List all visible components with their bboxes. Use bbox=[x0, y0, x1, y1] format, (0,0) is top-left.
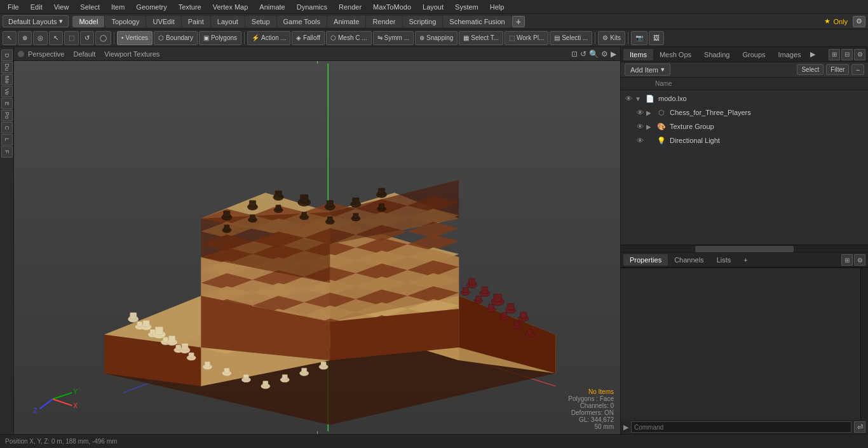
tool-polygons-btn[interactable]: ▣ Polygons bbox=[199, 31, 241, 45]
items-tree[interactable]: 👁 ▼ 📄 modo.lxo 👁 ▶ ⬡ Chess_for_Three_Pla… bbox=[621, 90, 868, 245]
command-submit-btn[interactable]: ⏎ bbox=[854, 421, 865, 433]
sidebar-btn-d[interactable]: D bbox=[1, 50, 13, 61]
select-button[interactable]: Select bbox=[797, 64, 824, 75]
vp-zoom-icon[interactable]: 🔍 bbox=[589, 50, 599, 58]
tree-item-texture-group[interactable]: 👁 ▶ 🎨 Texture Group bbox=[621, 119, 868, 133]
vp-expand-icon[interactable]: ▶ bbox=[611, 50, 616, 58]
tool-arrow-btn[interactable]: ↖ bbox=[49, 31, 63, 45]
tool-falloff-btn[interactable]: ◈ Falloff bbox=[292, 31, 325, 45]
tab-animate[interactable]: Animate bbox=[327, 16, 365, 27]
tool-select-btn[interactable]: ↖ bbox=[3, 31, 17, 45]
arrow-icon-chess[interactable]: ▶ bbox=[646, 109, 655, 116]
tab-mesh-ops[interactable]: Mesh Ops bbox=[653, 49, 698, 60]
viewport-texture[interactable]: Viewport Textures bbox=[104, 50, 159, 58]
tab-render[interactable]: Render bbox=[366, 16, 402, 27]
tool-rotate-btn[interactable]: ↺ bbox=[80, 31, 94, 45]
right-collapse-btn[interactable]: ⊟ bbox=[841, 49, 853, 60]
menu-layout[interactable]: Layout bbox=[417, 2, 449, 12]
viewport-canvas[interactable]: Y X Z No Items Polygons : Face Channels:… bbox=[14, 61, 620, 434]
tab-topology[interactable]: Topology bbox=[105, 16, 146, 27]
more-tabs-icon[interactable]: ▶ bbox=[810, 50, 815, 58]
eye-icon-texture[interactable]: 👁 bbox=[635, 121, 645, 132]
minus-button[interactable]: – bbox=[851, 64, 864, 75]
vp-rotate-icon[interactable]: ↺ bbox=[580, 50, 587, 58]
menu-system[interactable]: System bbox=[450, 2, 484, 12]
viewport[interactable]: Perspective Default Viewport Textures ⊡ … bbox=[14, 47, 620, 434]
tab-setup[interactable]: Setup bbox=[245, 16, 276, 27]
menu-dynamics[interactable]: Dynamics bbox=[292, 2, 332, 12]
tool-mesh-btn[interactable]: ⬡ Mesh C ... bbox=[326, 31, 372, 45]
menu-help[interactable]: Help bbox=[485, 2, 510, 12]
tool-action-btn[interactable]: ⚡ Action ... bbox=[247, 31, 290, 45]
tab-items[interactable]: Items bbox=[623, 49, 653, 60]
tool-boundary-btn[interactable]: ⬡ Boundary bbox=[154, 31, 198, 45]
eye-icon-chess[interactable]: 👁 bbox=[635, 107, 645, 118]
menu-texture[interactable]: Texture bbox=[173, 2, 207, 12]
menu-maxtomodo[interactable]: MaxToModo bbox=[368, 2, 416, 12]
tab-channels[interactable]: Channels bbox=[668, 254, 710, 266]
tab-paint[interactable]: Paint bbox=[182, 16, 210, 27]
menu-view[interactable]: View bbox=[49, 2, 74, 12]
tab-game-tools[interactable]: Game Tools bbox=[277, 16, 327, 27]
tool-kits-btn[interactable]: ⚙ Kits bbox=[598, 31, 625, 45]
sidebar-btn-mes[interactable]: Me bbox=[1, 74, 13, 85]
tab-images[interactable]: Images bbox=[772, 49, 808, 60]
tool-vertices-btn[interactable]: • Vertices bbox=[117, 31, 153, 45]
menu-render[interactable]: Render bbox=[334, 2, 367, 12]
eye-icon-light[interactable]: 👁 bbox=[635, 135, 645, 146]
vp-home-icon[interactable]: ⊡ bbox=[571, 50, 578, 58]
menu-vertex-map[interactable]: Vertex Map bbox=[208, 2, 254, 12]
tab-properties[interactable]: Properties bbox=[623, 254, 668, 266]
add-item-button[interactable]: Add Item ▾ bbox=[625, 64, 670, 76]
filter-button[interactable]: Filter bbox=[826, 64, 849, 75]
tool-work-pl-btn[interactable]: ⬚ Work Pl... bbox=[505, 31, 548, 45]
tab-layout[interactable]: Layout bbox=[211, 16, 245, 27]
layout-settings-button[interactable]: ⚙ bbox=[853, 16, 865, 27]
menu-file[interactable]: File bbox=[3, 2, 24, 12]
items-scrollbar[interactable] bbox=[621, 245, 868, 252]
tree-item-directional-light[interactable]: 👁 💡 Directional Light bbox=[621, 133, 868, 147]
layout-dropdown[interactable]: Default Layouts ▾ bbox=[3, 15, 69, 27]
command-input[interactable] bbox=[631, 421, 851, 433]
sidebar-btn-pol[interactable]: Po bbox=[1, 110, 13, 121]
arrow-icon-texture[interactable]: ▶ bbox=[646, 123, 655, 130]
sidebar-btn-f[interactable]: F bbox=[1, 146, 13, 158]
tab-scripting[interactable]: Scripting bbox=[403, 16, 443, 27]
tool-bbox-btn[interactable]: ⬚ bbox=[64, 31, 79, 45]
menu-select[interactable]: Select bbox=[75, 2, 105, 12]
add-layout-button[interactable]: + bbox=[512, 16, 525, 27]
tool-3d-btn[interactable]: ◎ bbox=[33, 31, 48, 45]
tab-schematic-fusion[interactable]: Schematic Fusion bbox=[443, 16, 511, 27]
tab-shading[interactable]: Shading bbox=[698, 49, 736, 60]
sidebar-btn-c[interactable]: C bbox=[1, 122, 13, 133]
bottom-settings-btn[interactable]: ⚙ bbox=[854, 254, 865, 266]
tool-cam-btn[interactable]: 📷 bbox=[631, 31, 648, 45]
menu-geometry[interactable]: Geometry bbox=[131, 2, 172, 12]
tab-lists[interactable]: Lists bbox=[710, 254, 738, 266]
vp-settings-icon[interactable]: ⚙ bbox=[601, 50, 608, 58]
viewport-style[interactable]: Default bbox=[73, 50, 95, 58]
scrollbar-thumb[interactable] bbox=[695, 246, 794, 252]
tree-item-chess[interactable]: 👁 ▶ ⬡ Chess_for_Three_Players bbox=[621, 105, 868, 119]
tab-plus[interactable]: + bbox=[737, 254, 754, 266]
tab-uvedit[interactable]: UVEdit bbox=[146, 16, 180, 27]
sidebar-btn-dup[interactable]: Du bbox=[1, 62, 13, 73]
tool-render-btn[interactable]: 🖼 bbox=[649, 31, 664, 45]
menu-item[interactable]: Item bbox=[106, 2, 130, 12]
tool-symm-btn[interactable]: ⇋ Symm ... bbox=[373, 31, 414, 45]
tab-model[interactable]: Model bbox=[72, 16, 104, 27]
command-arrow[interactable]: ▶ bbox=[623, 423, 628, 431]
star-icon[interactable]: ★ bbox=[824, 17, 831, 25]
eye-icon-modo[interactable]: 👁 bbox=[623, 93, 634, 104]
tool-circle-btn[interactable]: ◯ bbox=[95, 31, 111, 45]
tab-groups[interactable]: Groups bbox=[736, 49, 771, 60]
right-settings-btn[interactable]: ⚙ bbox=[854, 49, 865, 60]
arrow-icon-modo[interactable]: ▼ bbox=[635, 95, 644, 102]
prop-scrollbar[interactable] bbox=[860, 268, 868, 420]
tree-item-modo-lxo[interactable]: 👁 ▼ 📄 modo.lxo bbox=[621, 92, 868, 105]
tool-selecti-btn[interactable]: ▤ Selecti ... bbox=[550, 31, 592, 45]
right-expand-btn[interactable]: ⊞ bbox=[829, 49, 840, 60]
sidebar-btn-vert[interactable]: Ve bbox=[1, 86, 13, 97]
tool-world-btn[interactable]: ⊕ bbox=[18, 31, 32, 45]
bottom-expand-btn[interactable]: ⊞ bbox=[841, 254, 853, 266]
